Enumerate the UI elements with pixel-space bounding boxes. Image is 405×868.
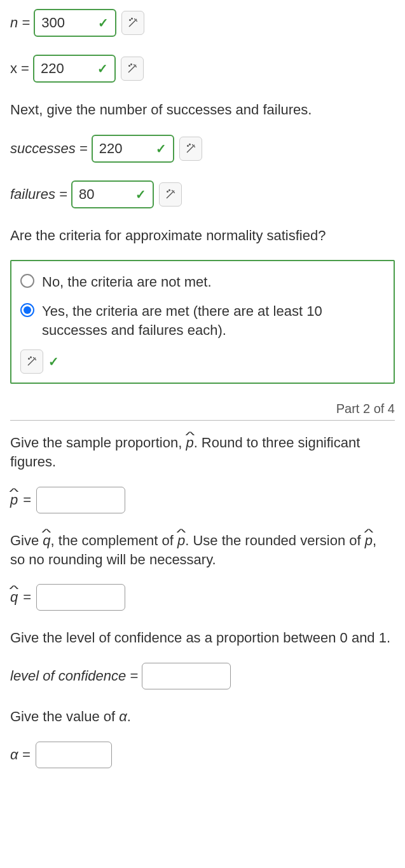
wand-icon bbox=[127, 63, 138, 74]
failures-input[interactable]: 80 ✓ bbox=[71, 180, 154, 208]
x-value: 220 bbox=[41, 60, 97, 77]
check-icon: ✓ bbox=[97, 61, 108, 76]
successes-value: 220 bbox=[99, 140, 156, 157]
check-icon: ✓ bbox=[135, 187, 146, 202]
phat-symbol: p bbox=[365, 531, 373, 550]
wand-icon bbox=[185, 143, 196, 154]
prompt-phat: Give the sample proportion, p. Round to … bbox=[10, 433, 395, 471]
prompt-normality: Are the criteria for approximate normali… bbox=[10, 226, 395, 245]
radio-icon bbox=[20, 274, 34, 288]
svg-point-6 bbox=[167, 191, 168, 192]
alpha-input[interactable] bbox=[36, 742, 112, 768]
prompt-confidence: Give the level of confidence as a propor… bbox=[10, 628, 395, 648]
x-input[interactable]: 220 ✓ bbox=[33, 55, 116, 83]
svg-point-9 bbox=[31, 357, 32, 358]
choice-no-text: No, the criteria are not met. bbox=[42, 273, 385, 292]
tool-button[interactable] bbox=[121, 11, 144, 35]
n-label: n = bbox=[10, 15, 30, 31]
svg-point-0 bbox=[130, 20, 131, 21]
n-input[interactable]: 300 ✓ bbox=[34, 9, 116, 37]
phat-label: p bbox=[10, 492, 18, 508]
qhat-symbol: q bbox=[43, 531, 50, 550]
phat-input[interactable] bbox=[36, 487, 125, 513]
check-icon: ✓ bbox=[98, 15, 109, 31]
successes-label: successes = bbox=[10, 140, 88, 157]
part-label: Part 2 of 4 bbox=[10, 402, 395, 421]
tool-button[interactable] bbox=[121, 57, 144, 81]
choice-yes-text: Yes, the criteria are met (there are at … bbox=[42, 302, 385, 339]
tool-button[interactable] bbox=[20, 349, 43, 374]
failures-value: 80 bbox=[79, 186, 135, 203]
svg-point-7 bbox=[169, 189, 170, 191]
wand-icon bbox=[26, 356, 38, 367]
n-value: 300 bbox=[41, 15, 98, 31]
qhat-input[interactable] bbox=[36, 584, 125, 611]
svg-point-5 bbox=[189, 144, 190, 145]
equals: = bbox=[23, 492, 31, 508]
qhat-label: q bbox=[10, 589, 18, 606]
choice-group: No, the criteria are not met. Yes, the c… bbox=[10, 260, 395, 384]
check-icon: ✓ bbox=[156, 141, 167, 156]
phat-symbol: p bbox=[177, 531, 185, 550]
tool-button[interactable] bbox=[179, 137, 202, 161]
svg-point-1 bbox=[132, 18, 133, 20]
alpha-label: α = bbox=[10, 747, 31, 763]
svg-point-2 bbox=[129, 65, 130, 67]
svg-point-4 bbox=[187, 145, 188, 146]
confidence-label: level of confidence = bbox=[10, 668, 138, 684]
phat-symbol: p bbox=[186, 433, 193, 452]
radio-icon-selected bbox=[20, 303, 34, 317]
equals: = bbox=[23, 589, 31, 606]
tool-button[interactable] bbox=[159, 182, 182, 207]
svg-point-8 bbox=[29, 358, 30, 360]
successes-input[interactable]: 220 ✓ bbox=[92, 135, 174, 163]
choice-yes[interactable]: Yes, the criteria are met (there are at … bbox=[20, 302, 385, 339]
prompt-alpha: Give the value of α. bbox=[10, 707, 395, 726]
wand-icon bbox=[165, 189, 176, 200]
prompt-successes-failures: Next, give the number of successes and f… bbox=[10, 100, 395, 119]
confidence-input[interactable] bbox=[142, 663, 231, 689]
failures-label: failures = bbox=[10, 186, 67, 203]
x-label: x = bbox=[10, 60, 29, 77]
svg-point-3 bbox=[131, 64, 132, 65]
choice-no[interactable]: No, the criteria are not met. bbox=[20, 273, 385, 292]
wand-icon bbox=[127, 17, 139, 29]
check-icon: ✓ bbox=[48, 354, 59, 369]
prompt-qhat: Give q, the complement of p. Use the rou… bbox=[10, 531, 395, 569]
alpha-symbol: α bbox=[119, 709, 127, 724]
